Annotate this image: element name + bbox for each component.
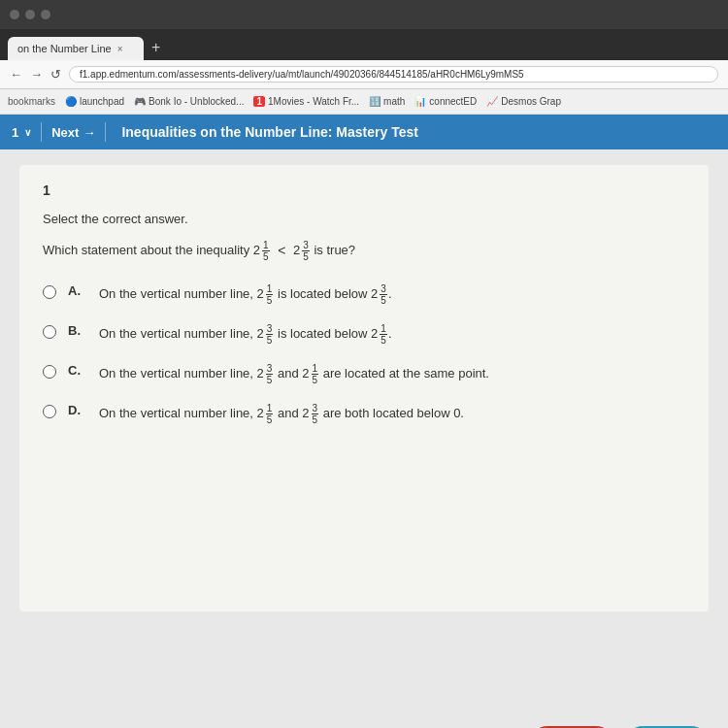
- option-d-num2: 2 35: [302, 403, 319, 425]
- bookmark-icon-connected: 📊: [414, 96, 426, 107]
- header-next-icon: →: [83, 125, 95, 140]
- page-title: Inequalities on the Number Line: Mastery…: [121, 124, 417, 140]
- option-text-b: On the vertical number line, 2 35 is loc…: [99, 323, 392, 346]
- bookmark-label-connected: connectED: [429, 96, 477, 107]
- bookmark-icon-1movies: 1: [253, 96, 265, 107]
- app-header: 1 ∨ Next → Inequalities on the Number Li…: [0, 115, 728, 149]
- option-b-num2: 2 15: [371, 323, 388, 346]
- bookmark-math[interactable]: 🔢 math: [369, 96, 405, 107]
- option-label-c: C.: [68, 363, 87, 378]
- browser-window-controls: [10, 10, 50, 19]
- option-a-num2: 2 35: [371, 283, 388, 306]
- bookmark-label-1movies: 1Movies - Watch Fr...: [268, 96, 359, 107]
- bookmark-icon-bonkio: 🎮: [134, 96, 146, 107]
- address-input[interactable]: f1.app.edmentum.com/assessments-delivery…: [69, 66, 718, 83]
- refresh-button[interactable]: ↺: [50, 67, 61, 82]
- option-label-a: A.: [68, 283, 87, 298]
- option-text-d: On the vertical number line, 2 15 and 2 …: [99, 403, 464, 425]
- header-next-button[interactable]: Next →: [51, 125, 95, 140]
- option-text-c: On the vertical number line, 2 35 and 2 …: [99, 363, 489, 385]
- bookmark-label-bonkio: Bonk Io - Unblocked...: [149, 96, 244, 107]
- radio-a[interactable]: [43, 285, 56, 299]
- window-dot-3: [41, 10, 50, 19]
- answer-option-b[interactable]: B. On the vertical number line, 2 35 is …: [43, 323, 685, 346]
- bookmark-label-math: math: [383, 96, 405, 107]
- question-text: Which statement about the inequality 2 1…: [43, 240, 685, 262]
- bookmark-connected[interactable]: 📊 connectED: [414, 96, 477, 107]
- back-button[interactable]: ←: [10, 67, 22, 82]
- window-dot-2: [25, 10, 35, 19]
- window-dot-1: [10, 10, 19, 19]
- option-c-num2: 2 15: [302, 363, 319, 385]
- address-bar: ← → ↺ f1.app.edmentum.com/assessments-de…: [0, 60, 728, 89]
- bookmark-1movies[interactable]: 1 1Movies - Watch Fr...: [253, 96, 359, 107]
- bookmark-label-desmos: Desmos Grap: [501, 96, 561, 107]
- tab-label: on the Number Line: [17, 43, 112, 54]
- bookmark-icon-math: 🔢: [369, 96, 381, 107]
- radio-d[interactable]: [43, 405, 56, 418]
- header-divider-1: [41, 122, 42, 142]
- bookmark-icon-desmos: 📈: [486, 96, 498, 107]
- radio-c[interactable]: [43, 365, 56, 379]
- answer-option-c[interactable]: C. On the vertical number line, 2 35 and…: [43, 363, 685, 385]
- answer-options: A. On the vertical number line, 2 15 is …: [43, 283, 685, 425]
- mixed-number-1: 2 1 5: [253, 240, 271, 262]
- forward-button[interactable]: →: [30, 67, 43, 82]
- question-instructions: Select the correct answer.: [43, 212, 685, 226]
- option-label-d: D.: [68, 403, 87, 417]
- bottom-bar: Reset Next: [0, 712, 728, 728]
- bookmarks-bar: bookmarks 🔵 launchpad 🎮 Bonk Io - Unbloc…: [0, 89, 728, 115]
- less-than-sign: <: [278, 243, 285, 258]
- option-label-b: B.: [68, 323, 87, 338]
- chevron-down-icon: ∨: [24, 127, 31, 138]
- bookmark-bonkio[interactable]: 🎮 Bonk Io - Unblocked...: [134, 96, 244, 107]
- option-d-num1: 2 15: [257, 403, 275, 425]
- bookmark-desmos[interactable]: 📈 Desmos Grap: [486, 96, 561, 107]
- question-text-prefix: Which statement about the inequality: [43, 243, 253, 257]
- bookmark-icon-launchpad: 🔵: [65, 96, 77, 107]
- header-next-label: Next: [51, 125, 79, 140]
- current-question-number: 1: [12, 125, 18, 140]
- answer-option-a[interactable]: A. On the vertical number line, 2 15 is …: [43, 283, 685, 306]
- bookmark-launchpad[interactable]: 🔵 launchpad: [65, 96, 124, 107]
- new-tab-button[interactable]: +: [144, 35, 168, 60]
- question-card: 1 Select the correct answer. Which state…: [19, 165, 709, 612]
- option-c-num1: 2 35: [257, 363, 275, 385]
- header-divider-2: [105, 122, 106, 142]
- option-b-num1: 2 35: [257, 323, 275, 346]
- option-text-a: On the vertical number line, 2 15 is loc…: [99, 283, 392, 306]
- mixed-number-2: 2 3 5: [293, 240, 311, 262]
- tab-close-button[interactable]: ×: [117, 44, 123, 54]
- answer-option-d[interactable]: D. On the vertical number line, 2 15 and…: [43, 403, 685, 425]
- browser-top-bar: [0, 0, 728, 29]
- bookmarks-label: bookmarks: [8, 96, 55, 107]
- question-text-suffix: is true?: [314, 243, 355, 257]
- bookmark-label-launchpad: launchpad: [80, 96, 124, 107]
- option-a-num1: 2 15: [257, 283, 275, 306]
- tab-bar: on the Number Line × +: [0, 29, 728, 60]
- question-number-control[interactable]: 1 ∨: [12, 125, 31, 140]
- active-tab[interactable]: on the Number Line ×: [8, 37, 144, 60]
- radio-b[interactable]: [43, 325, 56, 339]
- question-number: 1: [43, 182, 685, 198]
- content-area: 1 Select the correct answer. Which state…: [0, 149, 728, 712]
